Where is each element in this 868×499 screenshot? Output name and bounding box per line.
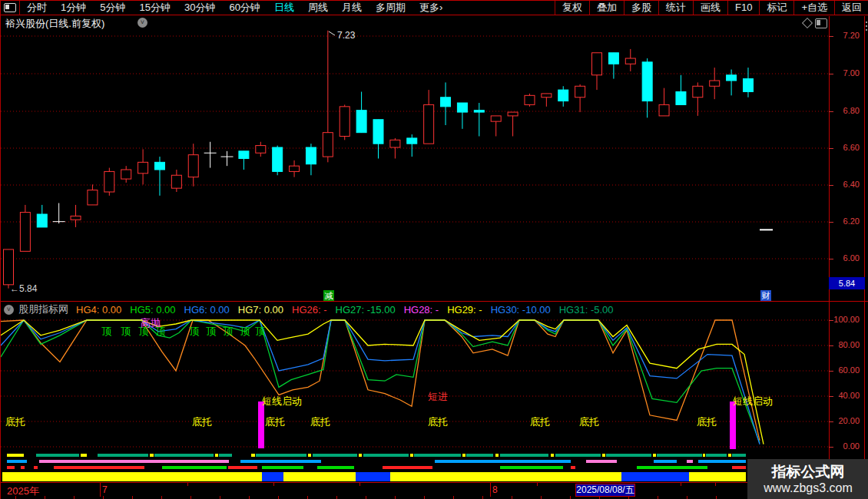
indicator-axis-label: 100.00 — [832, 315, 860, 324]
toolbar-action-8[interactable]: 返回 — [834, 1, 868, 15]
signal-label-顶: 顶 — [121, 325, 131, 339]
period-tab-2[interactable]: 5分钟 — [93, 1, 132, 15]
watermark-site-name: 指标公式网 — [772, 463, 845, 481]
price-axis-label: 6.80 — [832, 106, 860, 115]
signal-ribbons — [2, 454, 746, 481]
timeline-tick-bottom — [103, 496, 104, 499]
price-axis-tick — [829, 148, 833, 149]
signal-label-底托: 底托 — [579, 415, 599, 429]
timeline-tick-bottom — [307, 496, 308, 499]
period-tab-1[interactable]: 1分钟 — [54, 1, 93, 15]
indicator-value-HG6: HG6: 0.00 — [184, 304, 230, 316]
period-tab-3[interactable]: 15分钟 — [132, 1, 177, 15]
low-price-tag: 5.84 — [829, 277, 865, 289]
panel-layout-icon[interactable] — [815, 18, 827, 28]
toolbar-action-6[interactable]: 标记 — [759, 1, 793, 15]
signal-label-底托: 底托 — [310, 415, 330, 429]
signal-label-底托: 底托 — [697, 415, 717, 429]
indicator-value-HG5: HG5: 0.00 — [130, 304, 175, 316]
price-axis-label: 6.20 — [832, 216, 860, 226]
selected-date-tag: 2025/08/08/五 — [575, 484, 635, 497]
timeline-tick-bottom — [366, 496, 366, 499]
timeline-tick-bottom — [512, 496, 512, 499]
panel-divider — [1, 301, 868, 302]
timeline-tick-top — [187, 483, 188, 486]
timeline-tick-top — [681, 483, 681, 486]
indicator-axis-tick — [829, 421, 833, 422]
timeline-tick-bottom — [45, 496, 45, 499]
indicator-axis-tick — [829, 396, 833, 397]
period-tab-5[interactable]: 60分钟 — [222, 1, 267, 15]
signal-label-底托: 底托 — [192, 415, 212, 429]
timeline-separator — [100, 483, 101, 497]
indicator-source-label: 股朋指标网 — [18, 302, 68, 316]
indicator-value-HG31: HG31: -5.00 — [559, 304, 614, 316]
signal-label-底托: 底托 — [530, 415, 550, 429]
period-tab-4[interactable]: 30分钟 — [177, 1, 222, 15]
period-tab-7[interactable]: 周线 — [301, 1, 335, 15]
price-axis-label: 7.00 — [832, 68, 860, 78]
timeline-separator — [490, 483, 491, 497]
period-tab-10[interactable]: 更多› — [412, 1, 449, 15]
signal-label-短线启动: 短线启动 — [262, 395, 302, 408]
signal-label-顶: 顶 — [223, 325, 233, 339]
toolbar-action-0[interactable]: 复权 — [555, 1, 589, 15]
timeline-year-label: 2025年 — [7, 484, 39, 498]
toolbar-action-2[interactable]: 多股 — [624, 1, 658, 15]
current-price-dash — [760, 229, 773, 230]
timeline-tick-bottom — [482, 496, 483, 499]
indicator-lines — [1, 320, 764, 444]
event-badge-减: 减 — [323, 290, 334, 301]
timeline-tick-bottom — [716, 496, 717, 499]
title-bar: 裕兴股份(日线.前复权) ˅ — [1, 16, 868, 29]
timeline-tick-bottom — [541, 496, 542, 499]
toolbar-actions: 复权叠加多股统计画线F10标记+自选返回 — [555, 1, 868, 15]
split-window-icon[interactable] — [4, 3, 16, 12]
scrollbar-divider — [864, 16, 865, 499]
period-tab-0[interactable]: 分时 — [20, 1, 54, 15]
period-tab-6[interactable]: 日线 — [267, 1, 301, 15]
price-axis-tick — [829, 74, 833, 74]
timeline-tick-bottom — [278, 496, 279, 499]
price-axis-tick — [829, 111, 833, 112]
timeline-tick-bottom — [395, 496, 396, 499]
toolbar-action-5[interactable]: F10 — [727, 1, 759, 15]
timeline-tick-bottom — [15, 496, 16, 499]
period-tab-8[interactable]: 月线 — [335, 1, 369, 15]
period-tabs: 分时1分钟5分钟15分钟30分钟60分钟日线周线月线多周期更多› — [20, 1, 449, 15]
indicator-header: ˅ 股朋指标网 HG4: 0.00HG5: 0.00HG6: 0.00HG7: … — [1, 302, 829, 316]
period-tab-9[interactable]: 多周期 — [369, 1, 412, 15]
timeline-tick-bottom — [658, 496, 658, 499]
timeline-tick-bottom — [424, 496, 425, 499]
candlesticks — [4, 31, 774, 289]
high-price-annotation: 7.23 — [337, 30, 355, 41]
toolbar-action-1[interactable]: 叠加 — [589, 1, 624, 15]
price-axis-label: 6.60 — [832, 143, 860, 152]
price-axis-tick — [829, 222, 833, 223]
timeline-tick-bottom — [190, 496, 191, 499]
axis-divider — [829, 16, 830, 499]
period-toolbar: 分时1分钟5分钟15分钟30分钟60分钟日线周线月线多周期更多› 复权叠加多股统… — [1, 0, 868, 15]
timeline-tick-top — [715, 483, 716, 486]
timeline[interactable]: 2025年 78 2025/08/08/五 — [1, 483, 868, 499]
timeline-tick-bottom — [74, 496, 75, 499]
indicator-value-HG27: HG27: -15.00 — [336, 304, 396, 316]
indicator-axis-tick — [829, 447, 833, 448]
signal-label-底托: 底托 — [428, 415, 448, 429]
signal-label-顶: 顶 — [255, 325, 265, 339]
price-axis-label: 6.00 — [832, 253, 860, 263]
signal-label-顶: 顶 — [240, 325, 250, 339]
toolbar-action-4[interactable]: 画线 — [693, 1, 727, 15]
signal-label-短线启动: 短线启动 — [733, 395, 773, 408]
signal-label-顶: 顶 — [206, 325, 216, 339]
chevron-down-icon[interactable]: ˅ — [137, 18, 147, 28]
timeline-tick-bottom — [687, 496, 687, 499]
toolbar-action-3[interactable]: 统计 — [658, 1, 693, 15]
indicator-value-HG4: HG4: 0.00 — [76, 304, 121, 316]
signal-label-底托: 底托 — [265, 415, 285, 429]
indicator-axis-tick — [829, 345, 833, 346]
chevron-down-icon[interactable]: ˅ — [4, 305, 14, 315]
diamond-icon[interactable] — [802, 18, 813, 28]
toolbar-action-7[interactable]: +自选 — [793, 1, 834, 15]
indicator-axis-tick — [829, 371, 833, 372]
